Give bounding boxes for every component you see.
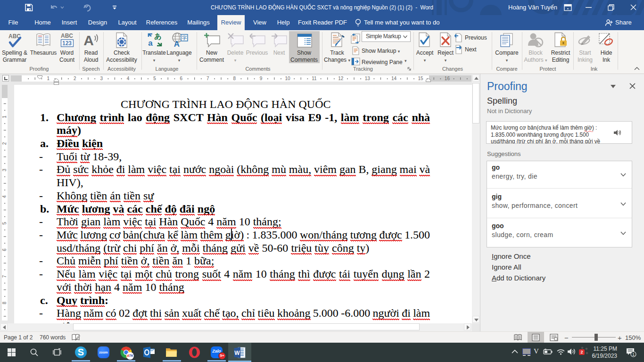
svg-text:11: 11 [312, 76, 317, 81]
svg-text:A: A [83, 33, 94, 48]
svg-text:10: 10 [285, 76, 290, 81]
svg-text:7: 7 [206, 76, 209, 81]
svg-text:3: 3 [2, 169, 7, 172]
svg-text:1: 1 [2, 115, 7, 118]
svg-text:2: 2 [74, 76, 76, 81]
svg-text:7: 7 [2, 275, 7, 278]
svg-text:5: 5 [2, 222, 7, 224]
svg-text:16: 16 [445, 76, 450, 81]
svg-text:14: 14 [391, 76, 397, 81]
svg-text:3: 3 [100, 76, 103, 81]
svg-text:5: 5 [153, 76, 156, 81]
svg-text:6: 6 [2, 248, 7, 251]
svg-text:字: 字 [182, 35, 187, 41]
svg-text:6: 6 [180, 76, 183, 81]
svg-text:9: 9 [260, 76, 263, 81]
svg-text:ABC: ABC [61, 33, 73, 39]
svg-text:W: W [234, 350, 240, 356]
svg-text:15: 15 [418, 76, 423, 81]
svg-text:a: a [148, 39, 153, 48]
svg-text:4: 4 [127, 76, 130, 81]
svg-text:1: 1 [47, 76, 50, 81]
svg-text:あ: あ [154, 32, 161, 41]
svg-text:2: 2 [2, 142, 7, 145]
svg-text:A: A [174, 40, 180, 48]
svg-text:8: 8 [2, 302, 7, 304]
svg-text:13: 13 [365, 76, 371, 81]
svg-text:4: 4 [2, 195, 7, 198]
svg-text:12: 12 [338, 76, 344, 81]
svg-text:8: 8 [233, 76, 236, 81]
svg-text:1: 1 [632, 352, 635, 357]
svg-text:123: 123 [62, 40, 72, 47]
